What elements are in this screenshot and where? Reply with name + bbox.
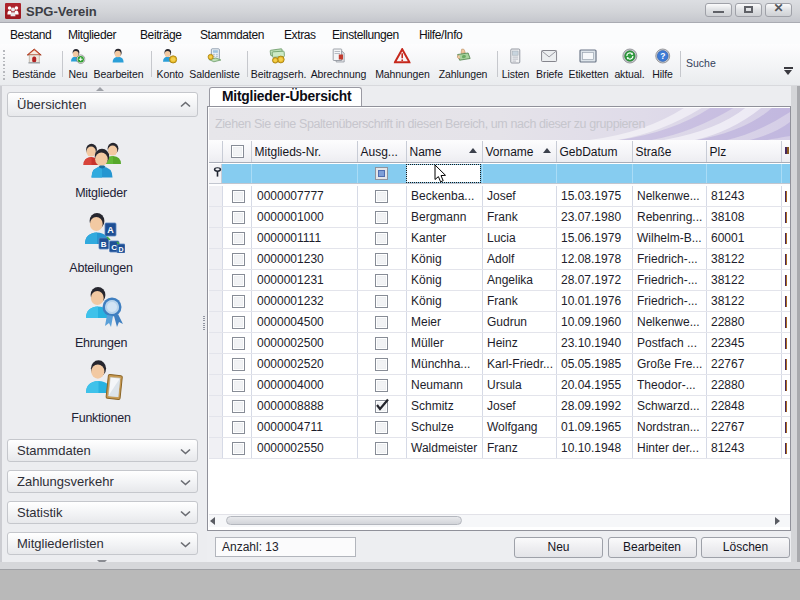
svg-text:D: D [118, 246, 123, 253]
svg-text:C: C [111, 243, 117, 252]
svg-text:B: B [101, 240, 107, 249]
svg-text:?: ? [660, 51, 665, 61]
svg-text:A: A [107, 225, 114, 235]
